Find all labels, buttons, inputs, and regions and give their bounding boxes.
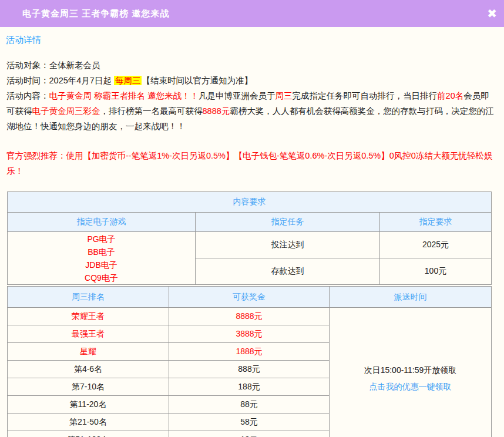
activity-target-label: 活动对象： <box>6 60 49 70</box>
activity-time-line: 活动时间：2025年4月7日起 每周三【结束时间以官方通知为准】 <box>6 73 498 88</box>
close-icon[interactable]: ✖ <box>487 8 497 19</box>
column-header-games: 指定电子游戏 <box>8 213 196 232</box>
ranking-row: 荣耀王者8888元次日15:00-11:59开放领取点击我的优惠一键领取 <box>8 308 492 325</box>
rank-cell: 第4-6名 <box>8 361 169 378</box>
ranking-table-header-row: 周三排名 可获奖金 派送时间 <box>8 287 492 308</box>
requirements-table-title-row: 内容要求 <box>8 192 492 213</box>
column-header-requirement: 指定要求 <box>380 213 492 232</box>
prize-cell: 88元 <box>169 396 330 414</box>
column-header-task: 指定任务 <box>196 213 380 232</box>
rank-cell: 荣耀王者 <box>8 308 169 325</box>
designated-games-cell: PG电子BB电子JDB电子CQ9电子 <box>8 232 196 285</box>
claim-offer-link[interactable]: 点击我的优惠一键领取 <box>330 378 491 395</box>
content-segment: 周三 <box>275 91 293 100</box>
ranking-table: 周三排名 可获奖金 派送时间 荣耀王者8888元次日15:00-11:59开放领… <box>7 286 492 437</box>
activity-time-label: 活动时间： <box>6 76 49 85</box>
page-title: 活动详情 <box>0 27 504 51</box>
requirement-cell: 2025元 <box>380 232 492 258</box>
activity-content-text: 电子黄金周 称霸王者排名 邀您来战！！凡是申博亚洲会员于周三完成指定任务即可自动… <box>6 91 494 131</box>
game-name: JDB电子 <box>8 258 195 271</box>
prize-cell: 58元 <box>169 414 330 431</box>
prize-cell: 3888元 <box>169 325 330 343</box>
prize-cell: 188元 <box>169 378 330 396</box>
game-name: PG电子 <box>8 233 195 246</box>
rank-cell: 第7-10名 <box>8 378 169 396</box>
task-cell: 存款达到 <box>196 258 380 285</box>
banner-title: 电子黄金周三 王者争霸榜 邀您来战 <box>22 8 169 19</box>
rank-cell: 第11-20名 <box>8 396 169 414</box>
column-header-prize: 可获奖金 <box>169 287 330 308</box>
rank-cell: 第51-100名 <box>8 431 169 437</box>
prize-cell: 8888元 <box>169 308 330 325</box>
game-name: CQ9电子 <box>8 271 195 284</box>
task-cell: 投注达到 <box>196 232 380 258</box>
content-segment: 前20名 <box>437 91 463 100</box>
banner-header: 电子黄金周三 王者争霸榜 邀您来战 ✖ <box>0 0 504 27</box>
requirements-row: PG电子BB电子JDB电子CQ9电子投注达到2025元 <box>8 232 492 258</box>
content-segment: 凡是申博亚洲会员于 <box>199 91 275 100</box>
rank-cell: 第21-50名 <box>8 414 169 431</box>
requirements-table-title: 内容要求 <box>8 192 492 213</box>
prize-cell: 1888元 <box>169 343 330 361</box>
column-header-delivery: 派送时间 <box>330 287 492 308</box>
content-segment: 电子黄金周三彩金 <box>32 106 100 116</box>
activity-target-line: 活动对象：全体新老会员 <box>6 58 498 73</box>
prize-cell: 18元 <box>169 431 330 437</box>
activity-target-value: 全体新老会员 <box>49 60 100 70</box>
game-name: BB电子 <box>8 246 195 258</box>
requirements-table-header-row: 指定电子游戏 指定任务 指定要求 <box>8 213 492 232</box>
rank-cell: 最强王者 <box>8 325 169 343</box>
content-segment: 8888元 <box>203 106 230 116</box>
content-segment: 完成指定任务即可自动排行，当日排行 <box>293 91 438 100</box>
official-recommendation: 官方强烈推荐：使用【加密货币--笔笔返1%-次日另返0.5%】【电子钱包-笔笔返… <box>6 148 498 179</box>
prize-cell: 888元 <box>169 361 330 378</box>
requirement-cell: 100元 <box>380 258 492 285</box>
rank-cell: 星耀 <box>8 343 169 361</box>
delivery-time-cell: 次日15:00-11:59开放领取点击我的优惠一键领取 <box>330 308 492 437</box>
content-segment: 电子黄金周 称霸王者排名 邀您来战！！ <box>49 91 199 100</box>
activity-details: 活动对象：全体新老会员 活动时间：2025年4月7日起 每周三【结束时间以官方通… <box>0 58 504 179</box>
requirements-table: 内容要求 指定电子游戏 指定任务 指定要求 PG电子BB电子JDB电子CQ9电子… <box>7 191 492 285</box>
activity-time-prefix: 2025年4月7日起 <box>49 76 114 85</box>
weekly-wednesday-highlight: 每周三 <box>114 76 142 85</box>
activity-content-label: 活动内容： <box>6 91 49 100</box>
activity-time-suffix: 【结束时间以官方通知为准】 <box>142 76 253 85</box>
activity-content-line: 活动内容：电子黄金周 称霸王者排名 邀您来战！！凡是申博亚洲会员于周三完成指定任… <box>6 88 498 134</box>
delivery-time-text: 次日15:00-11:59开放领取 <box>330 362 491 378</box>
content-segment: ，排行榜第一名最高可获得 <box>100 106 203 116</box>
column-header-rank: 周三排名 <box>8 287 169 308</box>
